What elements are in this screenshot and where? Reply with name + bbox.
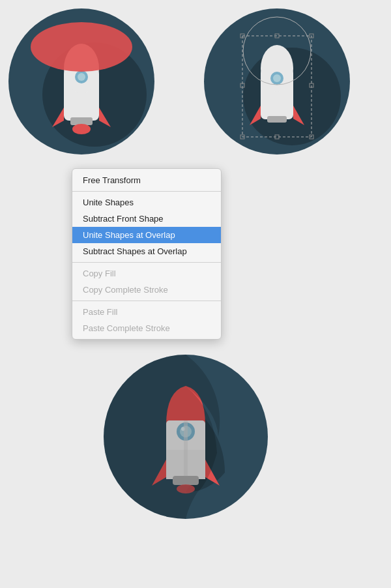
menu-item-paste-complete-stroke: Paste Complete Stroke <box>72 320 221 336</box>
menu-separator-2 <box>72 262 221 263</box>
icon-bottom <box>101 352 270 522</box>
svg-point-9 <box>72 124 91 134</box>
svg-point-5 <box>78 73 85 81</box>
menu-item-free-transform[interactable]: Free Transform <box>72 171 221 188</box>
menu-item-subtract-front-shape[interactable]: Subtract Front Shape <box>72 211 221 227</box>
svg-rect-17 <box>267 116 287 123</box>
context-menu[interactable]: Free Transform Unite Shapes Subtract Fro… <box>72 168 222 340</box>
menu-item-copy-complete-stroke: Copy Complete Stroke <box>72 282 221 298</box>
menu-item-subtract-shapes-at-overlap[interactable]: Subtract Shapes at Overlap <box>72 243 221 259</box>
svg-point-10 <box>31 22 132 72</box>
menu-separator-1 <box>72 191 221 192</box>
menu-item-paste-fill: Paste Fill <box>72 304 221 320</box>
menu-item-copy-fill: Copy Fill <box>72 265 221 282</box>
menu-item-unite-shapes[interactable]: Unite Shapes <box>72 194 221 211</box>
menu-separator-3 <box>72 301 221 301</box>
icon-top-left <box>7 7 156 156</box>
icon-top-right <box>202 7 352 156</box>
svg-point-19 <box>273 74 281 82</box>
menu-item-unite-shapes-at-overlap[interactable]: Unite Shapes at Overlap <box>72 227 221 243</box>
